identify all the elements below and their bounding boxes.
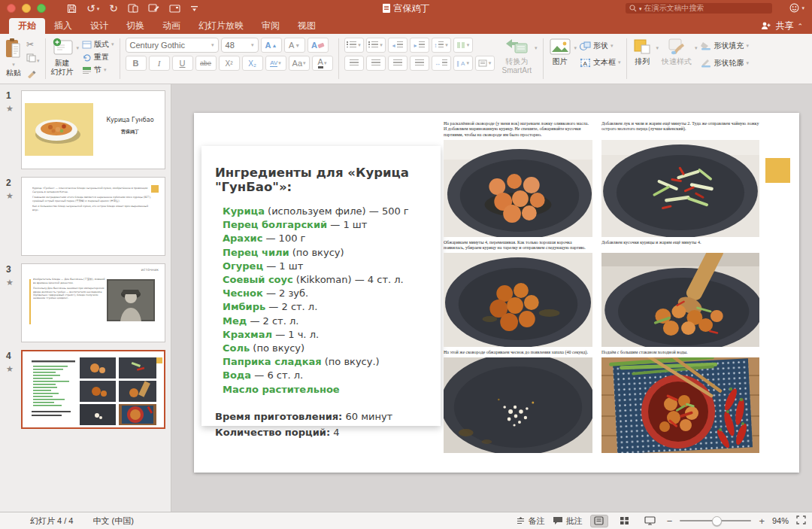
tab-view[interactable]: 视图 [289,18,325,34]
paste-button[interactable]: ▾ 粘贴 [4,38,23,78]
feedback-smiley-icon[interactable]: ▾ [789,3,804,13]
main-area: 1 ★ Курица Гунбао 宫保鸡丁 2 [0,84,812,512]
strikethrough-button[interactable]: abe [195,56,217,71]
current-slide[interactable]: Ингредиенты для «Курица "ГунБао"»: Куриц… [194,113,799,473]
step-1-cell: На раскалённой сковороде (у меня вок) на… [444,118,592,237]
picture-button[interactable]: 图片 [549,38,571,66]
reset-button[interactable]: 重置 [82,52,114,62]
slide-3-thumbnail[interactable]: ИСТОЧНИК Изобретатель блюда — Дин Баочжэ… [21,263,165,342]
titlebar: ↺▾ ↻ 宫保鸡丁 ▾ 在演示文稿中搜索 ▾ [0,0,812,17]
distribute-button[interactable]: ↔ [432,56,451,71]
align-right-button[interactable] [388,56,408,71]
ingredient-row: Масло растительное [223,383,441,397]
share-button[interactable]: 共享 ⌃ [761,20,803,32]
portrait-photo-thumb [107,279,155,324]
zoom-percentage[interactable]: 94% [772,516,789,525]
new-slide-button[interactable]: 新建幻灯片 [51,38,74,76]
comments-toggle[interactable]: 批注 [553,515,583,527]
slide-sorter-view-button[interactable] [616,515,634,527]
clear-formatting-button[interactable]: A [308,38,329,53]
convert-to-smartart-button[interactable]: 转换为SmartArt [502,38,532,74]
superscript-button[interactable]: X² [219,56,240,71]
italic-button[interactable]: I [149,56,170,71]
subscript-button[interactable]: X₂ [242,56,263,71]
bold-button[interactable]: B [126,56,147,71]
redo-icon[interactable]: ↻ [109,3,118,14]
slide-4-thumbnail-selected[interactable] [21,350,165,429]
tab-insert[interactable]: 插入 [45,18,81,34]
zoom-out-button[interactable]: − [667,515,673,527]
character-spacing-button[interactable]: AV▾ [265,56,286,71]
slide-2-thumbnail[interactable]: Курица «Гунбао» — классическое блюдо сыч… [21,177,165,256]
tab-design[interactable]: 设计 [81,18,117,34]
zoom-window-button[interactable] [37,4,46,13]
ingredient-row: Арахис — 100 г [223,232,441,245]
notes-toggle[interactable]: 备注 [516,515,545,527]
quick-styles-button[interactable]: 快速样式 [662,38,692,66]
slideshow-view-button[interactable] [641,515,659,527]
grow-font-button[interactable]: A▲ [261,38,282,53]
new-comment-icon[interactable] [169,5,180,13]
font-color-button[interactable]: A▾ [312,56,333,71]
textbox-button[interactable]: A 文本框▾ [580,57,621,68]
ingredient-row: Перец чили (по вкусу) [223,246,441,260]
collapse-ribbon-icon[interactable]: ⌃ [797,23,803,30]
paste-clipboard-icon [4,38,23,60]
text-direction-button[interactable]: ∥A▾ [453,56,473,71]
ingredients-block[interactable]: Ингредиенты для «Курица "ГунБао"»: Куриц… [201,146,441,426]
format-brush-icon[interactable] [26,68,40,81]
search-scope-caret-icon: ▾ [639,6,642,11]
tab-animations[interactable]: 动画 [153,18,189,34]
align-center-button[interactable] [366,56,386,71]
bullets-button[interactable]: ▾ [344,38,364,53]
decrease-indent-button[interactable]: ◂ [388,38,408,53]
shape-outline-button[interactable]: 形状轮廓▾ [701,58,750,68]
shrink-font-button[interactable]: A▼ [284,38,305,53]
font-size-select[interactable]: 48▾ [221,38,259,53]
shape-fill-button[interactable]: 形状填充▾ [701,41,750,51]
fit-slide-button[interactable] [796,515,806,526]
tab-slideshow[interactable]: 幻灯片放映 [189,18,253,34]
format-painter-icon[interactable] [148,4,159,13]
quick-styles-icon [666,38,687,56]
align-text-button[interactable]: ▾ [475,56,495,71]
columns-button[interactable]: ▾ [453,38,473,53]
numbering-button[interactable]: ▾ [366,38,386,53]
close-window-button[interactable] [7,4,16,13]
align-left-button[interactable] [344,56,364,71]
justify-button[interactable] [410,56,429,71]
copy-icon[interactable]: ▾ [26,52,40,65]
normal-view-button[interactable] [590,515,608,527]
slide-1-thumbnail[interactable]: Курица Гунбао 宫保鸡丁 [21,90,165,169]
tab-transitions[interactable]: 切换 [117,18,153,34]
search-input[interactable]: ▾ 在演示文稿中搜索 [626,3,772,14]
change-case-button[interactable]: Aa▾ [289,56,310,71]
layout-button[interactable]: 版式▾ [82,39,114,50]
section-button[interactable]: 节▾ [82,65,114,75]
save-icon[interactable] [67,4,77,14]
toolbar-options-icon[interactable] [190,5,198,12]
underline-button[interactable]: U [172,56,193,71]
ingredient-row: Мед — 2 ст. л. [223,315,441,328]
language-indicator[interactable]: 中文 (中国) [92,515,133,527]
slide-canvas[interactable]: Ингредиенты для «Курица "ГунБао"»: Куриц… [171,84,812,512]
minimize-window-button[interactable] [22,4,31,13]
zoom-in-button[interactable]: + [759,515,765,527]
print-preview-icon[interactable] [128,4,138,13]
increase-indent-button[interactable]: ▸ [410,38,429,53]
line-spacing-button[interactable]: ↕▾ [432,38,451,53]
arrange-button[interactable]: 排列 [632,38,653,66]
zoom-slider-knob[interactable] [712,516,722,526]
clipboard-group: ▾ 粘贴 ✂ ▾ [0,34,44,84]
ingredient-row: Паприка сладкая (по вкусу.) [223,355,441,369]
font-name-select[interactable]: Century Gothic▾ [126,38,219,53]
tab-review[interactable]: 审阅 [253,18,289,34]
tab-home[interactable]: 开始 [9,18,45,34]
undo-icon[interactable]: ↺▾ [86,3,99,14]
cut-icon[interactable]: ✂ [26,39,40,50]
zoom-slider[interactable] [680,520,751,521]
shapes-button[interactable]: 形状▾ [580,41,621,51]
powerpoint-window: ↺▾ ↻ 宫保鸡丁 ▾ 在演示文稿中搜索 ▾ [0,0,812,529]
arrange-group: 排列 ▾ 快速样式 ▾ 形状填充▾ 形状轮廓▾ [629,34,753,84]
ingredients-title: Ингредиенты для «Курица "ГунБао"»: [215,166,441,194]
